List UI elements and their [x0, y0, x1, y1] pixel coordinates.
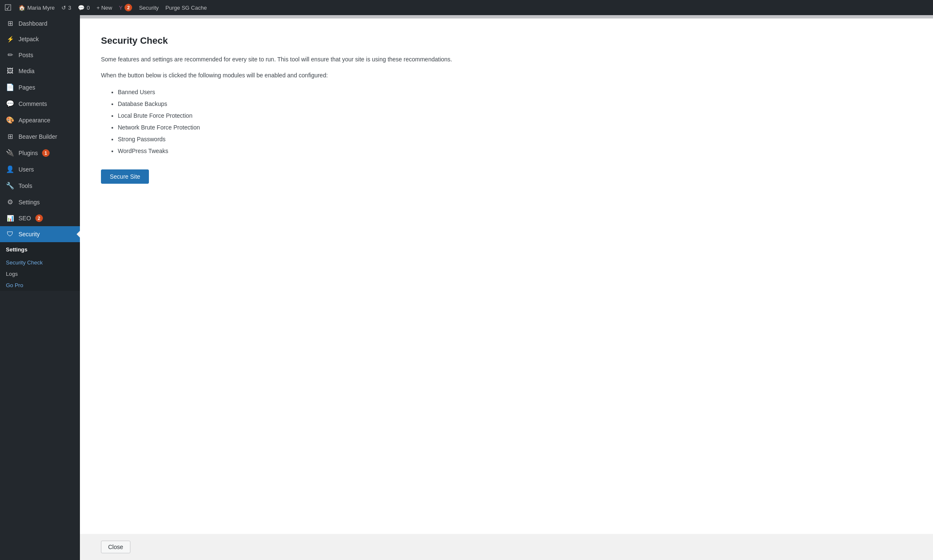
comments-icon: 💬: [78, 5, 85, 11]
sidebar-item-appearance[interactable]: 🎨 Appearance: [0, 112, 80, 128]
sidebar-item-seo[interactable]: 📊 SEO 2: [0, 210, 80, 226]
tools-icon: 🔧: [6, 182, 14, 190]
sidebar-item-users[interactable]: 👤 Users: [0, 161, 80, 177]
sidebar-item-pages[interactable]: 📄 Pages: [0, 79, 80, 95]
list-item: Local Brute Force Protection: [118, 110, 912, 122]
submenu-item-logs[interactable]: Logs: [0, 268, 80, 280]
submenu-header: Settings: [0, 242, 80, 257]
secure-site-button[interactable]: Secure Site: [101, 169, 149, 184]
sidebar-item-tools[interactable]: 🔧 Tools: [0, 177, 80, 194]
users-icon: 👤: [6, 165, 14, 173]
comments-sidebar-icon: 💬: [6, 100, 14, 108]
list-item: Network Brute Force Protection: [118, 122, 912, 133]
submenu-gopro[interactable]: Go Pro: [0, 280, 80, 291]
security-nav-item[interactable]: Security: [139, 5, 159, 11]
sidebar-item-settings[interactable]: ⚙ Settings: [0, 194, 80, 210]
bottom-bar: Close: [80, 534, 933, 560]
posts-icon: ✏: [6, 51, 14, 59]
top-separator: [80, 15, 933, 18]
site-name[interactable]: 🏠 Maria Myre: [19, 5, 55, 11]
sidebar-item-jetpack[interactable]: ⚡ Jetpack: [0, 32, 80, 47]
new-item[interactable]: + New: [96, 5, 112, 11]
layout: ⊞ Dashboard ⚡ Jetpack ✏ Posts 🖼 Media 📄 …: [0, 15, 933, 560]
submenu-item-security-check[interactable]: Security Check: [0, 257, 80, 268]
list-item: WordPress Tweaks: [118, 145, 912, 157]
main-content: Security Check Some features and setting…: [80, 15, 933, 560]
pages-icon: 📄: [6, 83, 14, 91]
sidebar-item-media[interactable]: 🖼 Media: [0, 63, 80, 79]
list-item: Strong Passwords: [118, 133, 912, 145]
purge-cache-item[interactable]: Purge SG Cache: [165, 5, 207, 11]
security-submenu: Settings Security Check Logs Go Pro: [0, 242, 80, 291]
plugins-badge: 1: [42, 149, 50, 157]
jetpack-icon: ⚡: [6, 36, 14, 42]
comments-item[interactable]: 💬 0: [78, 5, 90, 11]
list-item: Banned Users: [118, 86, 912, 98]
settings-icon: ⚙: [6, 198, 14, 206]
sidebar-item-comments[interactable]: 💬 Comments: [0, 95, 80, 112]
updates-item[interactable]: ↺ 3: [61, 5, 71, 11]
admin-bar: ☑ 🏠 Maria Myre ↺ 3 💬 0 + New Y 2 Securit…: [0, 0, 933, 15]
close-button[interactable]: Close: [101, 541, 130, 553]
media-icon: 🖼: [6, 67, 14, 75]
yoast-item[interactable]: Y 2: [119, 4, 133, 11]
appearance-icon: 🎨: [6, 116, 14, 124]
list-item: Database Backups: [118, 98, 912, 110]
yoast-badge: 2: [125, 4, 132, 11]
sidebar-item-dashboard[interactable]: ⊞ Dashboard: [0, 15, 80, 32]
home-icon: 🏠: [19, 5, 25, 11]
sidebar-item-security[interactable]: 🛡 Security: [0, 226, 80, 242]
seo-badge: 2: [35, 214, 43, 222]
content-panel: Security Check Some features and setting…: [80, 18, 933, 534]
security-description: Some features and settings are recommend…: [101, 55, 480, 64]
modules-intro: When the button below is clicked the fol…: [101, 71, 912, 80]
sidebar-item-plugins[interactable]: 🔌 Plugins 1: [0, 145, 80, 161]
page-title: Security Check: [101, 35, 912, 46]
security-icon: 🛡: [6, 230, 14, 238]
beaver-builder-icon: ⊞: [6, 132, 14, 140]
wp-logo[interactable]: ☑: [4, 3, 12, 13]
sidebar: ⊞ Dashboard ⚡ Jetpack ✏ Posts 🖼 Media 📄 …: [0, 15, 80, 560]
updates-icon: ↺: [61, 5, 66, 11]
seo-icon: 📊: [6, 215, 14, 222]
sidebar-active-arrow: [77, 231, 80, 238]
sidebar-item-beaver-builder[interactable]: ⊞ Beaver Builder: [0, 128, 80, 145]
yoast-icon: Y: [119, 5, 123, 11]
plugins-icon: 🔌: [6, 149, 14, 157]
sidebar-item-posts[interactable]: ✏ Posts: [0, 47, 80, 63]
modules-list: Banned Users Database Backups Local Brut…: [101, 86, 912, 157]
dashboard-icon: ⊞: [6, 19, 14, 27]
